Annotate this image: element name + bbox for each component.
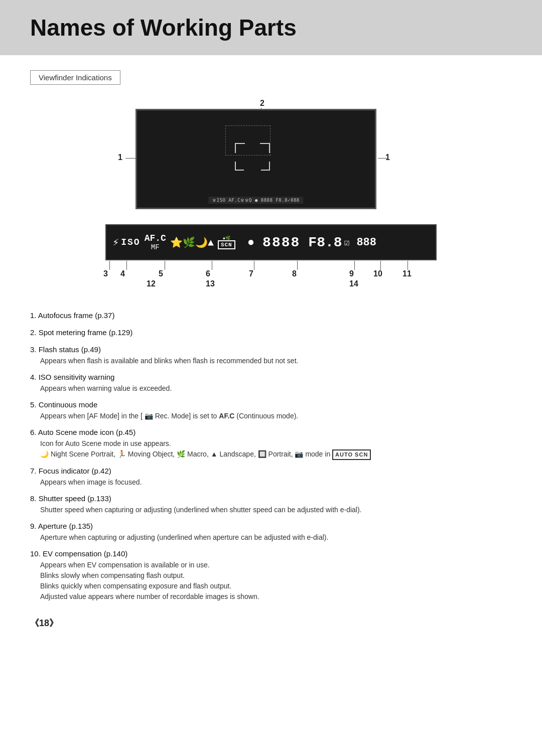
lcd-shutter-speed: 8888 <box>262 235 300 250</box>
label-8: 8 <box>292 269 297 278</box>
lcd-shots-count: 888 <box>356 236 376 249</box>
item-6-title: 6. Auto Scene mode icon (p.45) <box>30 428 136 436</box>
list-item-8: 8. Shutter speed (p.133) Shutter speed w… <box>30 493 512 515</box>
label-3: 3 <box>103 269 108 278</box>
lcd-content: ⚡ ISO AF.C MF ⭐🌿🌙▲ ▲🌿 SCN ● 8888 <box>112 233 376 251</box>
lcd-ev-icon: ☑ <box>344 237 350 248</box>
item-6-sub1: Icon for Auto Scene mode in use appears. <box>40 438 512 449</box>
lcd-scn-label: SCN <box>218 240 235 249</box>
page: Names of Working Parts Viewfinder Indica… <box>0 0 542 756</box>
diagram: 2 ※ISO AF.C※※Q ● 8888 F8.8✓888 1 <box>65 99 477 289</box>
list-item-3: 3. Flash status (p.49) Appears when flas… <box>30 344 512 366</box>
item-8-title: 8. Shutter speed (p.133) <box>30 494 111 503</box>
lcd-scene-icons-top: ▲🌿 <box>223 236 230 240</box>
vline-10 <box>380 261 381 270</box>
page-number: 《18》 <box>30 617 512 629</box>
lcd-mf-text: MF <box>151 243 160 251</box>
item-10-sub4: Adjusted value appears where number of r… <box>40 591 512 602</box>
item-10-title: 10. EV compensation (p.140) <box>30 549 127 558</box>
item-1-title: 1. Autofocus frame (p.37) <box>30 311 114 320</box>
lcd-dot: ● <box>247 236 254 249</box>
label-10: 10 <box>373 269 382 278</box>
section-label: Viewfinder Indications <box>30 70 120 85</box>
item-10-sub2: Blinks slowly when compensating flash ou… <box>40 570 512 581</box>
auto-scn-badge: AUTO SCN <box>332 449 371 460</box>
vline-5 <box>165 261 165 270</box>
title-bar: Names of Working Parts <box>0 0 542 55</box>
list-item-9: 9. Aperture (p.135) Aperture when captur… <box>30 520 512 543</box>
line-1-left <box>125 158 136 159</box>
af-bracket-bl <box>235 162 244 171</box>
item-10-sub1: Appears when EV compensation is availabl… <box>40 560 512 570</box>
item-9-sub: Aperture when capturing or adjusting (un… <box>40 532 512 543</box>
vline-4 <box>126 261 127 270</box>
item-9-title: 9. Aperture (p.135) <box>30 522 93 530</box>
item-6-sub2: 🌙 Night Scene Portrait, 🏃 Moving Object,… <box>40 449 512 460</box>
vline-7 <box>254 261 254 270</box>
lcd-display-bar: ⚡ ISO AF.C MF ⭐🌿🌙▲ ▲🌿 SCN ● 8888 <box>105 224 437 260</box>
lcd-iso-text: ISO <box>121 237 140 247</box>
spot-meter-frame <box>225 125 270 156</box>
label-13: 13 <box>206 279 215 288</box>
item-7-sub: Appears when image is focused. <box>40 477 512 488</box>
content-area: Viewfinder Indications 2 ※ISO AF.C※※Q ● … <box>0 55 542 649</box>
label-1-left: 1 <box>118 153 122 162</box>
viewfinder-box: ※ISO AF.C※※Q ● 8888 F8.8✓888 <box>136 109 376 209</box>
item-3-title: 3. Flash status (p.49) <box>30 345 101 354</box>
item-2-title: 2. Spot metering frame (p.129) <box>30 328 132 337</box>
page-title: Names of Working Parts <box>30 14 512 41</box>
list-item-6: 6. Auto Scene mode icon (p.45) Icon for … <box>30 426 512 460</box>
item-8-sub: Shutter speed when capturing or adjustin… <box>40 505 512 515</box>
label-1-right: 1 <box>385 153 390 162</box>
lcd-icons-group: ⭐🌿🌙▲ <box>170 236 214 249</box>
line-1-right <box>378 158 388 159</box>
list-item-7: 7. Focus indicator (p.42) Appears when i… <box>30 465 512 488</box>
list-item-1: 1. Autofocus frame (p.37) <box>30 310 512 322</box>
item-7-title: 7. Focus indicator (p.42) <box>30 467 111 475</box>
label-7: 7 <box>249 269 253 278</box>
vline-6 <box>212 261 212 270</box>
item-4-title: 4. ISO sensitivity warning <box>30 373 114 381</box>
viewfinder-status-bar: ※ISO AF.C※※Q ● 8888 F8.8✓888 <box>208 197 303 204</box>
lcd-aperture-value: F8.8 <box>308 235 342 250</box>
vf-status-text: ※ISO AF.C※※Q ● 8888 F8.8✓888 <box>212 198 299 203</box>
label-6: 6 <box>206 269 210 278</box>
label-2: 2 <box>260 99 264 108</box>
label-5: 5 <box>159 269 163 278</box>
item-10-sub3: Blinks quickly when compensating exposur… <box>40 581 512 591</box>
item-5-title: 5. Continuous mode <box>30 400 97 409</box>
item-3-sub: Appears when flash is available and blin… <box>40 356 512 366</box>
lcd-flash-icon: ⚡ <box>112 236 119 249</box>
label-14: 14 <box>349 279 358 288</box>
af-bracket-br <box>261 162 270 171</box>
label-11: 11 <box>402 269 412 278</box>
label-4: 4 <box>120 269 125 278</box>
list-item-10: 10. EV compensation (p.140) Appears when… <box>30 548 512 602</box>
label-12: 12 <box>147 279 156 288</box>
vline-11 <box>408 261 408 270</box>
label-9: 9 <box>349 269 354 278</box>
list-item-2: 2. Spot metering frame (p.129) <box>30 327 512 339</box>
vline-9 <box>354 261 355 270</box>
list-item-5: 5. Continuous mode Appears when [AF Mode… <box>30 399 512 421</box>
list-item-4: 4. ISO sensitivity warning Appears when … <box>30 371 512 394</box>
description-list: 1. Autofocus frame (p.37) 2. Spot meteri… <box>30 310 512 602</box>
item-5-sub: Appears when [AF Mode] in the [ 📷 Rec. M… <box>40 411 512 421</box>
lcd-afc-text: AF.C <box>145 233 166 243</box>
item-4-sub: Appears when warning value is exceeded. <box>40 383 512 394</box>
vline-8 <box>297 261 298 270</box>
vline-3 <box>109 261 110 270</box>
